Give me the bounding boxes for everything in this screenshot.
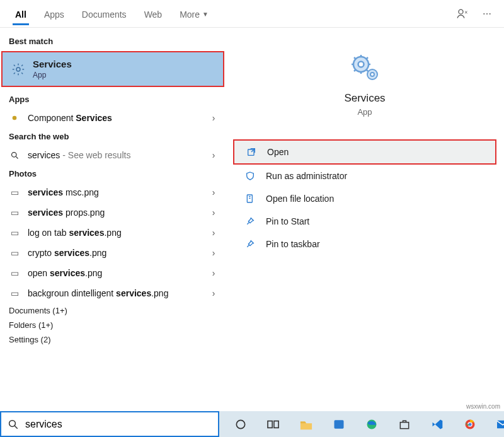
svg-rect-16 bbox=[335, 420, 344, 428]
preview-title: Services bbox=[233, 92, 496, 105]
svg-point-11 bbox=[9, 420, 16, 426]
photo-result-label: backgroun dintelligent services.png bbox=[28, 288, 202, 298]
pin-icon bbox=[244, 239, 256, 249]
photo-result-item[interactable]: ▭ open services.png › bbox=[0, 263, 226, 283]
action-pin-taskbar-label: Pin to taskbar bbox=[266, 239, 320, 249]
section-web: Search the web bbox=[0, 128, 226, 145]
component-services-icon bbox=[9, 113, 20, 123]
gear-icon bbox=[11, 62, 25, 76]
tab-web[interactable]: Web bbox=[135, 3, 171, 25]
action-run-admin-label: Run as administrator bbox=[266, 171, 347, 181]
action-pin-taskbar[interactable]: Pin to taskbar bbox=[233, 233, 496, 255]
photo-result-item[interactable]: ▭ services props.png › bbox=[0, 202, 226, 223]
action-open-location-label: Open file location bbox=[266, 194, 334, 204]
svg-point-6 bbox=[358, 62, 364, 67]
image-icon: ▭ bbox=[9, 228, 20, 238]
section-photos: Photos bbox=[0, 165, 226, 182]
action-open[interactable]: Open bbox=[233, 139, 496, 165]
web-result-label: services - See web results bbox=[28, 150, 202, 160]
svg-point-0 bbox=[459, 9, 463, 14]
search-icon bbox=[9, 151, 20, 160]
photo-result-label: services msc.png bbox=[28, 187, 202, 197]
tab-all[interactable]: All bbox=[6, 3, 35, 25]
open-icon bbox=[246, 147, 257, 157]
photo-result-label: log on tab services.png bbox=[28, 228, 202, 238]
svg-point-2 bbox=[13, 116, 17, 120]
chevron-right-icon: › bbox=[209, 187, 218, 197]
chevron-right-icon: › bbox=[209, 150, 218, 160]
tab-more[interactable]: More ▼ bbox=[171, 3, 217, 25]
results-column: Best match Services App Apps Component S… bbox=[0, 28, 226, 411]
feedback-icon[interactable] bbox=[456, 8, 469, 20]
app-result-item[interactable]: Component Services › bbox=[0, 108, 226, 128]
chrome-icon[interactable] bbox=[462, 417, 478, 432]
more-options-icon[interactable]: ⋯ bbox=[483, 9, 491, 19]
section-settings[interactable]: Settings (2) bbox=[0, 332, 226, 347]
photo-result-item[interactable]: ▭ crypto services.png › bbox=[0, 243, 226, 263]
edge-icon[interactable] bbox=[364, 417, 379, 432]
folder-icon bbox=[244, 194, 256, 204]
chevron-right-icon: › bbox=[209, 228, 218, 238]
photo-result-item[interactable]: ▭ services msc.png › bbox=[0, 182, 226, 202]
section-apps: Apps bbox=[0, 91, 226, 108]
app-result-label: Component Services bbox=[28, 113, 202, 123]
svg-line-4 bbox=[16, 156, 18, 158]
preview-subtitle: App bbox=[233, 107, 496, 117]
svg-line-12 bbox=[14, 426, 18, 429]
web-result-item[interactable]: services - See web results › bbox=[0, 145, 226, 165]
svg-rect-14 bbox=[268, 421, 272, 428]
action-pin-start-label: Pin to Start bbox=[266, 216, 309, 226]
search-tabs: All Apps Documents Web More ▼ ⋯ bbox=[0, 0, 504, 28]
svg-point-3 bbox=[11, 152, 16, 157]
svg-point-1 bbox=[16, 67, 20, 71]
vscode-icon[interactable] bbox=[430, 417, 445, 432]
best-match-title: Services bbox=[33, 59, 72, 69]
tab-documents[interactable]: Documents bbox=[73, 3, 135, 25]
action-open-label: Open bbox=[267, 147, 289, 157]
photo-result-label: open services.png bbox=[28, 268, 202, 278]
best-match-subtitle: App bbox=[33, 71, 72, 79]
chevron-right-icon: › bbox=[209, 207, 218, 218]
svg-point-13 bbox=[236, 420, 244, 428]
photo-result-item[interactable]: ▭ log on tab services.png › bbox=[0, 223, 226, 243]
action-open-location[interactable]: Open file location bbox=[233, 187, 496, 210]
shield-icon bbox=[244, 171, 256, 181]
watermark: wsxwin.com bbox=[466, 403, 500, 410]
image-icon: ▭ bbox=[9, 207, 20, 218]
search-input[interactable] bbox=[25, 419, 212, 430]
best-match-item[interactable]: Services App bbox=[1, 51, 224, 87]
cortana-icon[interactable] bbox=[233, 417, 248, 432]
chevron-right-icon: › bbox=[209, 248, 218, 258]
photo-result-label: crypto services.png bbox=[28, 248, 202, 258]
preview-actions: Open Run as administrator Open file loca… bbox=[233, 139, 496, 255]
chevron-down-icon: ▼ bbox=[202, 11, 209, 18]
preview-panel: Services App Open Run as administrator bbox=[226, 28, 504, 411]
pin-icon bbox=[244, 216, 256, 226]
action-run-admin[interactable]: Run as administrator bbox=[233, 165, 496, 187]
search-box[interactable] bbox=[0, 411, 219, 437]
image-icon: ▭ bbox=[9, 288, 20, 298]
services-gears-icon bbox=[346, 52, 384, 83]
action-pin-start[interactable]: Pin to Start bbox=[233, 210, 496, 233]
svg-rect-15 bbox=[274, 421, 278, 428]
store-icon[interactable] bbox=[397, 417, 412, 432]
chevron-right-icon: › bbox=[209, 268, 218, 278]
photo-result-item[interactable]: ▭ backgroun dintelligent services.png › bbox=[0, 283, 226, 303]
section-folders[interactable]: Folders (1+) bbox=[0, 318, 226, 332]
mail-icon[interactable] bbox=[495, 417, 504, 432]
tab-apps[interactable]: Apps bbox=[35, 3, 73, 25]
section-best-match: Best match bbox=[0, 33, 226, 50]
section-documents[interactable]: Documents (1+) bbox=[0, 303, 226, 318]
word-icon[interactable] bbox=[331, 417, 346, 432]
chevron-right-icon: › bbox=[209, 288, 218, 298]
file-explorer-icon[interactable] bbox=[299, 417, 314, 432]
taskview-icon[interactable] bbox=[266, 417, 281, 432]
image-icon: ▭ bbox=[9, 268, 20, 278]
svg-point-8 bbox=[370, 73, 374, 76]
image-icon: ▭ bbox=[9, 248, 20, 258]
preview-hero: Services App bbox=[233, 40, 496, 124]
taskbar bbox=[0, 411, 504, 437]
taskbar-icons bbox=[219, 411, 504, 437]
tab-more-label: More bbox=[180, 9, 200, 20]
photo-result-label: services props.png bbox=[28, 207, 202, 218]
